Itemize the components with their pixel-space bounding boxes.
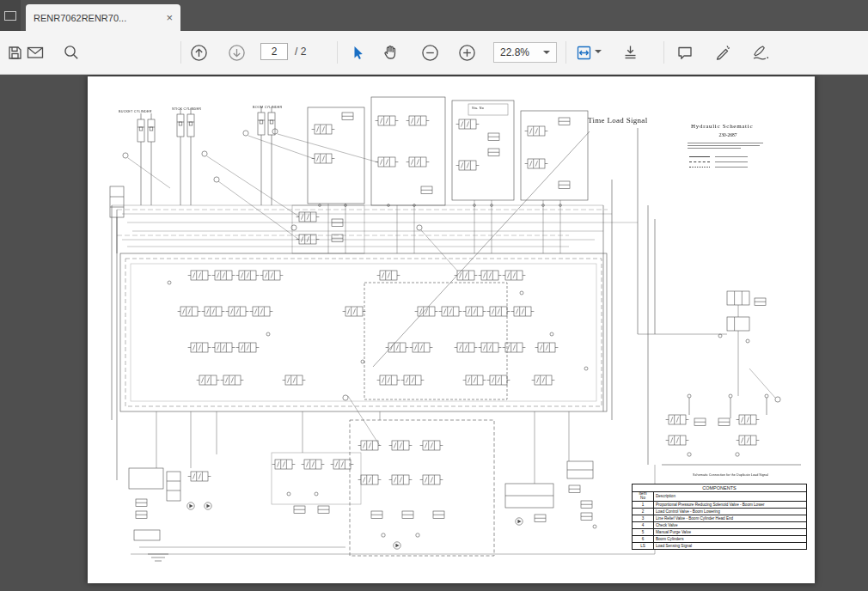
toolbar-separator — [180, 41, 181, 64]
search-icon — [63, 44, 80, 61]
hand-icon — [382, 44, 400, 61]
pdf-page: BUCKET CYLINDER STICK CYLINDER BOOM CYLI… — [88, 76, 815, 583]
sta-no-label: Sta. No — [472, 107, 484, 110]
sign-pen-icon — [751, 44, 770, 61]
close-tab-icon[interactable]: × — [166, 12, 173, 23]
callout-markers — [123, 129, 780, 402]
main-toolbar: / 2 22.8% — [0, 31, 868, 75]
bucket-cylinder-label: BUCKET CYLINDER — [119, 110, 152, 113]
components-table-header: Item No Description — [633, 492, 806, 502]
scroll-mode-icon — [622, 44, 639, 61]
stick-cylinder-label: STICK CYLINDER — [172, 107, 201, 111]
arrow-down-circle-icon — [228, 44, 246, 62]
highlight-button[interactable] — [713, 44, 732, 61]
arrow-up-circle-icon — [190, 44, 208, 62]
table-row: 5 Manual Purge Valve — [633, 529, 806, 536]
fit-width-icon — [576, 45, 592, 61]
components-table: COMPONENTS Item No Description 1 Proport… — [632, 484, 807, 550]
previous-page-button[interactable] — [189, 44, 208, 61]
fit-page-dropdown-icon[interactable] — [595, 50, 602, 53]
table-row: LS Load Sensing Signal — [633, 543, 806, 549]
tab-bar: RENR7062RENR70... × — [0, 0, 868, 31]
table-row: 3 Line Relief Valve - Boom Cylinder Head… — [633, 515, 806, 522]
chevron-down-icon — [543, 51, 550, 54]
pencil-icon — [714, 44, 731, 61]
comment-bubble-icon — [676, 45, 694, 61]
window-glyph-icon — [4, 11, 16, 21]
save-icon — [7, 45, 23, 61]
save-button[interactable] — [5, 44, 24, 61]
zoom-level-dropdown[interactable]: 22.8% — [493, 42, 557, 63]
table-row: 2 Load Control Valve - Boom Lowering — [633, 509, 806, 515]
plus-circle-icon — [458, 44, 476, 62]
toolbar-separator — [663, 41, 664, 64]
page-count-label: / 2 — [295, 46, 306, 58]
fit-page-button[interactable] — [574, 44, 593, 61]
zoom-in-button[interactable] — [457, 44, 476, 61]
toolbar-separator — [337, 41, 338, 64]
schematic-number: 230-2687 — [691, 132, 765, 137]
document-tab[interactable]: RENR7062RENR70... × — [26, 4, 180, 31]
table-row: 1 Proportional Pressure Reducing Solenoi… — [633, 502, 806, 509]
time-load-signal-label: Time Load Signal — [588, 116, 647, 125]
search-button[interactable] — [62, 44, 81, 61]
select-tool-button[interactable] — [347, 44, 366, 61]
table-row: 4 Check Valve — [633, 522, 806, 529]
zoom-out-button[interactable] — [420, 44, 439, 61]
pdf-reader-window: { "tabbar": { "tab_title": "RENR7062RENR… — [0, 0, 868, 591]
app-window-icon[interactable] — [0, 0, 21, 31]
table-row: 6 Boom Cylinders — [633, 536, 806, 543]
email-button[interactable] — [26, 44, 45, 61]
email-icon — [27, 46, 44, 59]
boom-cylinder-label: BOOM CYLINDER — [253, 106, 282, 109]
document-tab-title: RENR7062RENR70... — [34, 13, 161, 23]
minus-circle-icon — [421, 44, 439, 62]
fill-sign-button[interactable] — [751, 44, 770, 61]
zoom-level-value: 22.8% — [500, 46, 529, 58]
hand-tool-button[interactable] — [382, 44, 400, 61]
document-viewport[interactable]: BUCKET CYLINDER STICK CYLINDER BOOM CYLI… — [0, 75, 868, 591]
schematic-title: Hydraulic Schematic — [691, 123, 753, 130]
components-table-title: COMPONENTS — [633, 484, 806, 492]
comment-button[interactable] — [675, 44, 694, 61]
page-display-button[interactable] — [620, 44, 639, 61]
duplicate-diagram-caption: Schematic Connection for the Duplicate L… — [643, 473, 818, 477]
next-page-button[interactable] — [227, 44, 246, 61]
pointer-arrow-icon — [349, 45, 365, 61]
page-number-input[interactable] — [260, 43, 288, 60]
toolbar-separator — [565, 41, 566, 64]
